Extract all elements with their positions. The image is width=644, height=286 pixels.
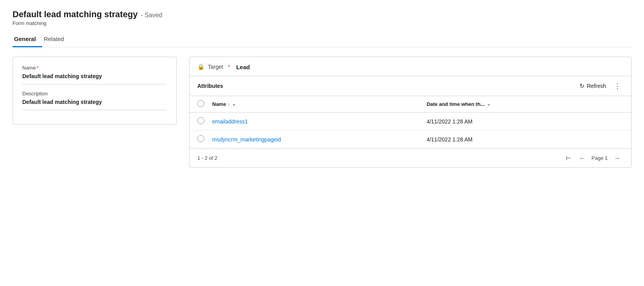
- target-label: Target: [208, 64, 223, 70]
- attributes-table-body: emailaddress1 4/11/2022 1:28 AM msdyncrm…: [190, 113, 631, 148]
- date-chevron-icon: ⌄: [487, 102, 490, 107]
- page-saved-status: - Saved: [141, 12, 162, 19]
- prev-page-button[interactable]: ←: [576, 153, 589, 163]
- row1-date-cell: 4/11/2022 1:28 AM: [419, 113, 631, 130]
- row2-name-cell: msdyncrm_marketingpageid: [204, 130, 419, 148]
- description-field-label: Description: [22, 91, 167, 97]
- lock-icon: 🔒: [197, 63, 205, 70]
- description-field-value: Default lead matching strategy: [22, 99, 167, 105]
- table-row: emailaddress1 4/11/2022 1:28 AM: [190, 113, 631, 130]
- name-chevron-icon: ⌄: [232, 102, 236, 107]
- tab-general[interactable]: General: [13, 32, 42, 47]
- first-page-button[interactable]: ⊢: [563, 153, 574, 163]
- page-subtitle: Form matching: [13, 20, 631, 26]
- date-column-header[interactable]: Date and time when th... ⌄: [419, 96, 631, 113]
- name-column-header[interactable]: Name ↑ ⌄: [204, 96, 419, 113]
- checkbox-header: [190, 96, 204, 113]
- row2-checkbox-cell: [190, 130, 204, 148]
- target-required: *: [228, 64, 230, 70]
- row1-checkbox[interactable]: [197, 117, 204, 124]
- row2-name-link[interactable]: msdyncrm_marketingpageid: [212, 136, 281, 143]
- attributes-table: Name ↑ ⌄ Date and time when th... ⌄: [190, 96, 631, 148]
- target-row: 🔒 Target * Lead: [190, 57, 631, 76]
- attributes-actions: ↻ Refresh ⋮: [577, 81, 623, 91]
- name-divider: [22, 84, 167, 84]
- page-label: Page 1: [590, 155, 609, 161]
- row1-checkbox-cell: [190, 113, 204, 130]
- page-title: Default lead matching strategy: [13, 9, 138, 20]
- row1-name-cell: emailaddress1: [204, 113, 419, 130]
- tab-related[interactable]: Related: [42, 32, 70, 47]
- attributes-title: Attributes: [197, 83, 577, 89]
- name-sort-icon: ↑: [227, 102, 230, 107]
- content-area: Name* Default lead matching strategy Des…: [13, 57, 631, 168]
- refresh-icon: ↻: [580, 82, 585, 89]
- left-panel: Name* Default lead matching strategy Des…: [13, 57, 177, 125]
- table-footer: 1 - 2 of 2 ⊢ ← Page 1 →: [190, 148, 631, 167]
- attributes-header: Attributes ↻ Refresh ⋮: [190, 76, 631, 96]
- description-divider: [22, 110, 167, 110]
- row2-checkbox[interactable]: [197, 135, 204, 142]
- refresh-button[interactable]: ↻ Refresh: [577, 81, 608, 91]
- more-options-button[interactable]: ⋮: [612, 81, 623, 91]
- table-row: msdyncrm_marketingpageid 4/11/2022 1:28 …: [190, 130, 631, 148]
- select-all-checkbox[interactable]: [197, 100, 204, 107]
- tabs-container: General Related: [13, 32, 631, 47]
- name-field-label: Name*: [22, 65, 167, 71]
- pagination-controls: ⊢ ← Page 1 →: [563, 153, 623, 163]
- page-header: Default lead matching strategy - Saved F…: [13, 9, 631, 26]
- right-panel: 🔒 Target * Lead Attributes ↻ Refresh ⋮: [189, 57, 631, 168]
- next-page-button[interactable]: →: [611, 153, 623, 163]
- name-field-value: Default lead matching strategy: [22, 73, 167, 79]
- table-header-row: Name ↑ ⌄ Date and time when th... ⌄: [190, 96, 631, 113]
- row1-name-link[interactable]: emailaddress1: [212, 118, 248, 125]
- row2-date-cell: 4/11/2022 1:28 AM: [419, 130, 631, 148]
- refresh-label: Refresh: [587, 83, 606, 89]
- target-value: Lead: [236, 64, 250, 70]
- pagination-info: 1 - 2 of 2: [197, 155, 563, 161]
